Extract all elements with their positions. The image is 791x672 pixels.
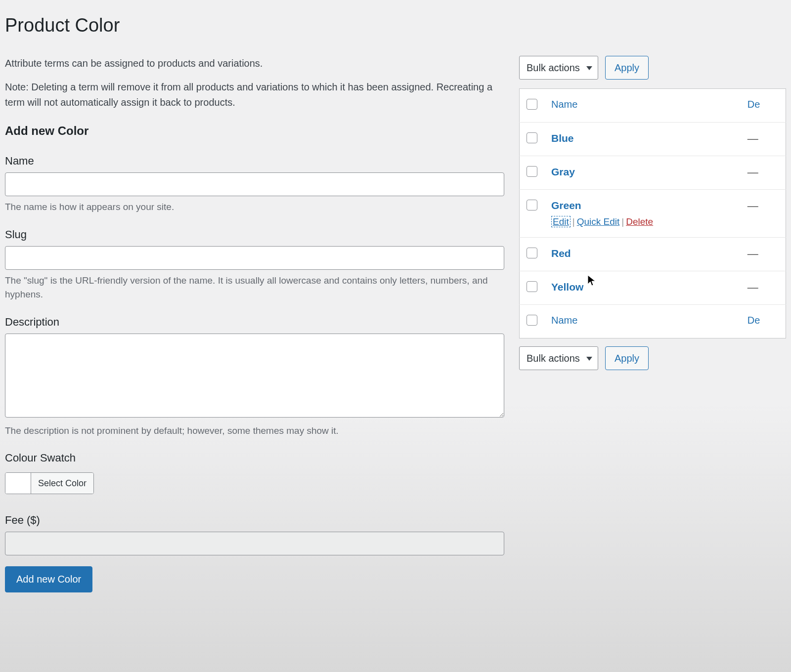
table-row: Gray— [520,156,786,190]
empty-description: — [747,200,758,212]
row-checkbox[interactable] [527,132,537,143]
swatch-label: Colour Swatch [5,452,504,464]
select-all-checkbox-bottom[interactable] [527,315,537,326]
empty-description: — [747,281,758,294]
fee-label: Fee ($) [5,514,504,527]
description-help: The description is not prominent by defa… [5,424,504,438]
bulk-actions-select-bottom[interactable]: Bulk actions [519,346,598,370]
row-checkbox[interactable] [527,200,537,210]
empty-description: — [747,166,758,178]
row-checkbox[interactable] [527,166,537,177]
description-label: Description [5,316,504,329]
quick-edit-link[interactable]: Quick Edit [577,216,620,227]
term-link[interactable]: Blue [551,132,574,144]
bulk-actions-select-top[interactable]: Bulk actions [519,56,598,80]
intro-note: Note: Deleting a term will remove it fro… [5,80,504,110]
column-footer-name[interactable]: Name [544,305,741,338]
term-link[interactable]: Gray [551,166,575,177]
term-link[interactable]: Green [551,200,581,211]
table-row: GreenEdit|Quick Edit|Delete— [520,190,786,238]
slug-label: Slug [5,228,504,241]
column-header-description[interactable]: De [741,89,786,123]
edit-link[interactable]: Edit [551,216,571,227]
description-textarea[interactable] [5,334,504,418]
table-row: Yellow— [520,271,786,305]
column-header-name[interactable]: Name [544,89,741,123]
empty-description: — [747,248,758,260]
apply-button-top[interactable]: Apply [605,56,649,80]
name-help: The name is how it appears on your site. [5,200,504,214]
row-checkbox[interactable] [527,281,537,292]
table-row: Red— [520,238,786,271]
slug-help: The "slug" is the URL-friendly version o… [5,274,504,302]
page-title: Product Color [5,5,786,56]
fee-input[interactable] [5,532,504,555]
add-new-color-button[interactable]: Add new Color [5,566,92,592]
terms-list-panel: Bulk actions Apply Name De Blue—Gray—Gre… [519,56,786,592]
select-color-button[interactable]: Select Color [31,473,93,494]
name-input[interactable] [5,172,504,196]
add-term-form: Attribute terms can be assigned to produ… [5,56,504,592]
intro-text: Attribute terms can be assigned to produ… [5,56,504,71]
table-row: Blue— [520,123,786,156]
term-link[interactable]: Yellow [551,281,583,293]
terms-table: Name De Blue—Gray—GreenEdit|Quick Edit|D… [519,88,786,338]
name-label: Name [5,155,504,168]
empty-description: — [747,132,758,145]
row-actions: Edit|Quick Edit|Delete [551,216,734,227]
row-checkbox[interactable] [527,248,537,258]
add-new-heading: Add new Color [5,124,504,138]
term-link[interactable]: Red [551,248,571,259]
swatch-preview[interactable] [5,473,31,494]
apply-button-bottom[interactable]: Apply [605,346,649,370]
column-footer-description[interactable]: De [741,305,786,338]
select-all-checkbox-top[interactable] [527,99,537,110]
delete-link[interactable]: Delete [626,216,653,227]
slug-input[interactable] [5,246,504,270]
